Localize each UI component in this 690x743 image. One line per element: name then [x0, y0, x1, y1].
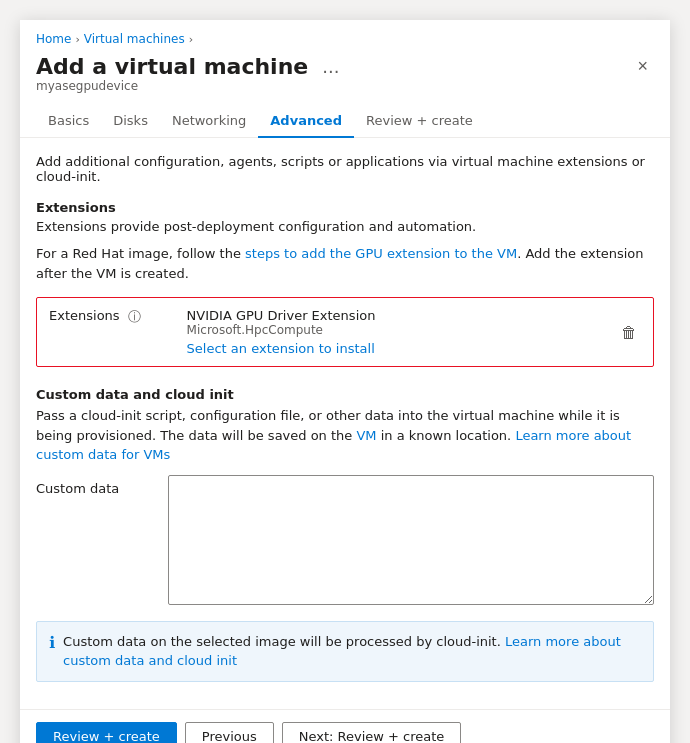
- custom-data-section: Custom data and cloud init Pass a cloud-…: [36, 387, 654, 605]
- subtitle: myasegpudevice: [20, 79, 670, 105]
- add-vm-modal: Home › Virtual machines › Add a virtual …: [20, 20, 670, 743]
- select-extension-link[interactable]: Select an extension to install: [187, 341, 376, 356]
- page-title: Add a virtual machine: [36, 54, 308, 79]
- footer: Review + create Previous Next: Review + …: [20, 709, 670, 743]
- tab-bar: Basics Disks Networking Advanced Review …: [20, 105, 670, 138]
- tab-basics[interactable]: Basics: [36, 105, 101, 138]
- gpu-extension-link[interactable]: steps to add the GPU extension to the VM: [245, 246, 517, 261]
- ext-sub: Microsoft.HpcCompute: [187, 323, 376, 337]
- extensions-info: For a Red Hat image, follow the steps to…: [36, 244, 654, 283]
- vm-link[interactable]: VM: [356, 428, 376, 443]
- banner-text-before: Custom data on the selected image will b…: [63, 634, 505, 649]
- info-banner: ℹ Custom data on the selected image will…: [36, 621, 654, 682]
- chevron-icon-2: ›: [189, 33, 193, 46]
- review-create-button[interactable]: Review + create: [36, 722, 177, 743]
- custom-data-label: Custom data: [36, 475, 156, 496]
- ext-values: NVIDIA GPU Driver Extension Microsoft.Hp…: [187, 308, 376, 356]
- extensions-field-box: Extensions ⓘ NVIDIA GPU Driver Extension…: [36, 297, 654, 367]
- info-text-before: For a Red Hat image, follow the: [36, 246, 245, 261]
- tab-advanced[interactable]: Advanced: [258, 105, 354, 138]
- tab-disks[interactable]: Disks: [101, 105, 160, 138]
- info-banner-text: Custom data on the selected image will b…: [63, 632, 641, 671]
- info-banner-icon: ℹ: [49, 633, 55, 652]
- tab-networking[interactable]: Networking: [160, 105, 258, 138]
- page-header: Add a virtual machine ... ×: [20, 50, 670, 79]
- ext-name: NVIDIA GPU Driver Extension: [187, 308, 376, 323]
- tab-review-create[interactable]: Review + create: [354, 105, 485, 138]
- more-options-button[interactable]: ...: [316, 54, 345, 79]
- next-button[interactable]: Next: Review + create: [282, 722, 462, 743]
- header-left: Add a virtual machine ...: [36, 54, 345, 79]
- delete-extension-button[interactable]: 🗑: [617, 319, 641, 346]
- close-button[interactable]: ×: [631, 54, 654, 79]
- previous-button[interactable]: Previous: [185, 722, 274, 743]
- chevron-icon: ›: [75, 33, 79, 46]
- custom-data-desc: Pass a cloud-init script, configuration …: [36, 406, 654, 465]
- custom-data-desc-after: in a known location.: [377, 428, 516, 443]
- extensions-title: Extensions: [36, 200, 654, 215]
- custom-data-textarea[interactable]: [168, 475, 654, 605]
- breadcrumb-home[interactable]: Home: [36, 32, 71, 46]
- breadcrumb-vms[interactable]: Virtual machines: [84, 32, 185, 46]
- main-content: Add additional configuration, agents, sc…: [20, 138, 670, 709]
- ext-left: Extensions ⓘ NVIDIA GPU Driver Extension…: [49, 308, 617, 356]
- extensions-desc: Extensions provide post-deployment confi…: [36, 219, 654, 234]
- custom-data-field-row: Custom data: [36, 475, 654, 605]
- ext-info-icon[interactable]: ⓘ: [128, 308, 141, 326]
- breadcrumb: Home › Virtual machines ›: [20, 20, 670, 50]
- custom-data-title: Custom data and cloud init: [36, 387, 654, 402]
- extensions-section: Extensions Extensions provide post-deplo…: [36, 200, 654, 367]
- page-description: Add additional configuration, agents, sc…: [36, 154, 654, 184]
- ext-field-label: Extensions: [49, 308, 120, 323]
